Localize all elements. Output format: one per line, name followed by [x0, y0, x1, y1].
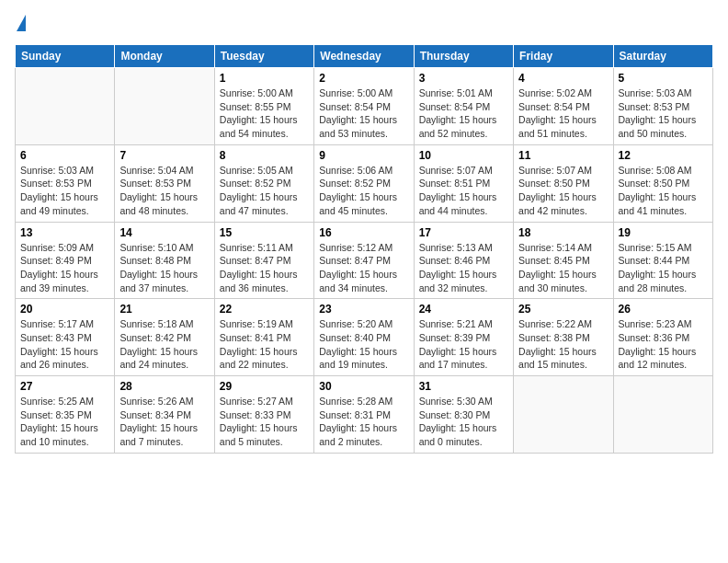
- table-row: 31Sunrise: 5:30 AMSunset: 8:30 PMDayligh…: [414, 376, 513, 454]
- table-row: 29Sunrise: 5:27 AMSunset: 8:33 PMDayligh…: [214, 376, 313, 454]
- table-row: 16Sunrise: 5:12 AMSunset: 8:47 PMDayligh…: [314, 222, 414, 299]
- day-info: Sunrise: 5:00 AMSunset: 8:54 PMDaylight:…: [319, 86, 408, 141]
- day-number: 10: [419, 149, 508, 162]
- day-info: Sunrise: 5:22 AMSunset: 8:38 PMDaylight:…: [518, 317, 608, 372]
- calendar-week-row: 27Sunrise: 5:25 AMSunset: 8:35 PMDayligh…: [16, 376, 713, 454]
- table-row: 12Sunrise: 5:08 AMSunset: 8:50 PMDayligh…: [613, 144, 712, 222]
- col-monday: Monday: [115, 45, 214, 68]
- table-row: 9Sunrise: 5:06 AMSunset: 8:52 PMDaylight…: [314, 144, 414, 222]
- logo-triangle-icon: [17, 15, 26, 31]
- day-number: 26: [619, 303, 708, 316]
- calendar-table: Sunday Monday Tuesday Wednesday Thursday…: [15, 44, 713, 454]
- day-number: 11: [518, 149, 608, 162]
- day-number: 3: [419, 72, 508, 85]
- day-info: Sunrise: 5:09 AMSunset: 8:49 PMDaylight:…: [20, 241, 109, 295]
- calendar-week-row: 1Sunrise: 5:00 AMSunset: 8:55 PMDaylight…: [16, 68, 713, 145]
- table-row: 27Sunrise: 5:25 AMSunset: 8:35 PMDayligh…: [16, 376, 115, 454]
- table-row: 18Sunrise: 5:14 AMSunset: 8:45 PMDayligh…: [514, 222, 613, 299]
- day-number: 2: [319, 72, 408, 85]
- table-row: [613, 376, 712, 454]
- day-info: Sunrise: 5:13 AMSunset: 8:46 PMDaylight:…: [419, 241, 508, 295]
- day-number: 7: [119, 149, 209, 162]
- day-number: 27: [20, 380, 109, 393]
- day-number: 19: [619, 226, 708, 239]
- table-row: 30Sunrise: 5:28 AMSunset: 8:31 PMDayligh…: [314, 376, 414, 454]
- logo: [15, 15, 26, 33]
- day-number: 9: [319, 149, 408, 162]
- table-row: 1Sunrise: 5:00 AMSunset: 8:55 PMDaylight…: [214, 68, 313, 145]
- page-header: [15, 15, 713, 33]
- table-row: 25Sunrise: 5:22 AMSunset: 8:38 PMDayligh…: [514, 299, 613, 376]
- day-info: Sunrise: 5:17 AMSunset: 8:43 PMDaylight:…: [20, 317, 109, 372]
- day-info: Sunrise: 5:30 AMSunset: 8:30 PMDaylight:…: [419, 395, 508, 449]
- day-info: Sunrise: 5:27 AMSunset: 8:33 PMDaylight:…: [220, 395, 309, 449]
- day-info: Sunrise: 5:21 AMSunset: 8:39 PMDaylight:…: [419, 317, 508, 372]
- table-row: 3Sunrise: 5:01 AMSunset: 8:54 PMDaylight…: [414, 68, 513, 145]
- day-number: 21: [119, 303, 209, 316]
- table-row: [514, 376, 613, 454]
- day-number: 6: [20, 149, 109, 162]
- day-number: 16: [319, 226, 408, 239]
- table-row: 7Sunrise: 5:04 AMSunset: 8:53 PMDaylight…: [115, 144, 214, 222]
- calendar-week-row: 20Sunrise: 5:17 AMSunset: 8:43 PMDayligh…: [16, 299, 713, 376]
- day-number: 8: [220, 149, 309, 162]
- day-info: Sunrise: 5:02 AMSunset: 8:54 PMDaylight:…: [518, 86, 608, 141]
- day-number: 20: [20, 303, 109, 316]
- day-info: Sunrise: 5:25 AMSunset: 8:35 PMDaylight:…: [20, 395, 109, 449]
- calendar-week-row: 13Sunrise: 5:09 AMSunset: 8:49 PMDayligh…: [16, 222, 713, 299]
- day-info: Sunrise: 5:26 AMSunset: 8:34 PMDaylight:…: [119, 395, 209, 449]
- col-thursday: Thursday: [414, 45, 513, 68]
- day-info: Sunrise: 5:20 AMSunset: 8:40 PMDaylight:…: [319, 317, 408, 372]
- col-tuesday: Tuesday: [214, 45, 313, 68]
- day-number: 1: [220, 72, 309, 85]
- day-info: Sunrise: 5:03 AMSunset: 8:53 PMDaylight:…: [619, 86, 708, 141]
- calendar-week-row: 6Sunrise: 5:03 AMSunset: 8:53 PMDaylight…: [16, 144, 713, 222]
- table-row: 22Sunrise: 5:19 AMSunset: 8:41 PMDayligh…: [214, 299, 313, 376]
- day-number: 4: [518, 72, 608, 85]
- day-info: Sunrise: 5:10 AMSunset: 8:48 PMDaylight:…: [119, 241, 209, 295]
- day-number: 18: [518, 226, 608, 239]
- day-info: Sunrise: 5:04 AMSunset: 8:53 PMDaylight:…: [119, 164, 209, 218]
- day-info: Sunrise: 5:01 AMSunset: 8:54 PMDaylight:…: [419, 86, 508, 141]
- day-number: 25: [518, 303, 608, 316]
- col-saturday: Saturday: [613, 45, 712, 68]
- table-row: [16, 68, 115, 145]
- table-row: 28Sunrise: 5:26 AMSunset: 8:34 PMDayligh…: [115, 376, 214, 454]
- day-number: 15: [220, 226, 309, 239]
- table-row: 19Sunrise: 5:15 AMSunset: 8:44 PMDayligh…: [613, 222, 712, 299]
- table-row: 26Sunrise: 5:23 AMSunset: 8:36 PMDayligh…: [613, 299, 712, 376]
- day-number: 5: [619, 72, 708, 85]
- day-info: Sunrise: 5:23 AMSunset: 8:36 PMDaylight:…: [619, 317, 708, 372]
- day-info: Sunrise: 5:06 AMSunset: 8:52 PMDaylight:…: [319, 164, 408, 218]
- col-sunday: Sunday: [16, 45, 115, 68]
- day-info: Sunrise: 5:18 AMSunset: 8:42 PMDaylight:…: [119, 317, 209, 372]
- day-info: Sunrise: 5:15 AMSunset: 8:44 PMDaylight:…: [619, 241, 708, 295]
- col-friday: Friday: [514, 45, 613, 68]
- table-row: 2Sunrise: 5:00 AMSunset: 8:54 PMDaylight…: [314, 68, 414, 145]
- table-row: 17Sunrise: 5:13 AMSunset: 8:46 PMDayligh…: [414, 222, 513, 299]
- day-info: Sunrise: 5:07 AMSunset: 8:50 PMDaylight:…: [518, 164, 608, 218]
- day-number: 13: [20, 226, 109, 239]
- day-number: 17: [419, 226, 508, 239]
- table-row: 4Sunrise: 5:02 AMSunset: 8:54 PMDaylight…: [514, 68, 613, 145]
- day-number: 29: [220, 380, 309, 393]
- day-number: 28: [119, 380, 209, 393]
- day-info: Sunrise: 5:11 AMSunset: 8:47 PMDaylight:…: [220, 241, 309, 295]
- table-row: 24Sunrise: 5:21 AMSunset: 8:39 PMDayligh…: [414, 299, 513, 376]
- table-row: 20Sunrise: 5:17 AMSunset: 8:43 PMDayligh…: [16, 299, 115, 376]
- day-info: Sunrise: 5:14 AMSunset: 8:45 PMDaylight:…: [518, 241, 608, 295]
- table-row: 10Sunrise: 5:07 AMSunset: 8:51 PMDayligh…: [414, 144, 513, 222]
- table-row: [115, 68, 214, 145]
- table-row: 14Sunrise: 5:10 AMSunset: 8:48 PMDayligh…: [115, 222, 214, 299]
- day-info: Sunrise: 5:03 AMSunset: 8:53 PMDaylight:…: [20, 164, 109, 218]
- table-row: 15Sunrise: 5:11 AMSunset: 8:47 PMDayligh…: [214, 222, 313, 299]
- calendar-header-row: Sunday Monday Tuesday Wednesday Thursday…: [16, 45, 713, 68]
- day-info: Sunrise: 5:28 AMSunset: 8:31 PMDaylight:…: [319, 395, 408, 449]
- day-info: Sunrise: 5:19 AMSunset: 8:41 PMDaylight:…: [220, 317, 309, 372]
- table-row: 21Sunrise: 5:18 AMSunset: 8:42 PMDayligh…: [115, 299, 214, 376]
- day-info: Sunrise: 5:08 AMSunset: 8:50 PMDaylight:…: [619, 164, 708, 218]
- day-number: 23: [319, 303, 408, 316]
- day-info: Sunrise: 5:07 AMSunset: 8:51 PMDaylight:…: [419, 164, 508, 218]
- table-row: 8Sunrise: 5:05 AMSunset: 8:52 PMDaylight…: [214, 144, 313, 222]
- table-row: 23Sunrise: 5:20 AMSunset: 8:40 PMDayligh…: [314, 299, 414, 376]
